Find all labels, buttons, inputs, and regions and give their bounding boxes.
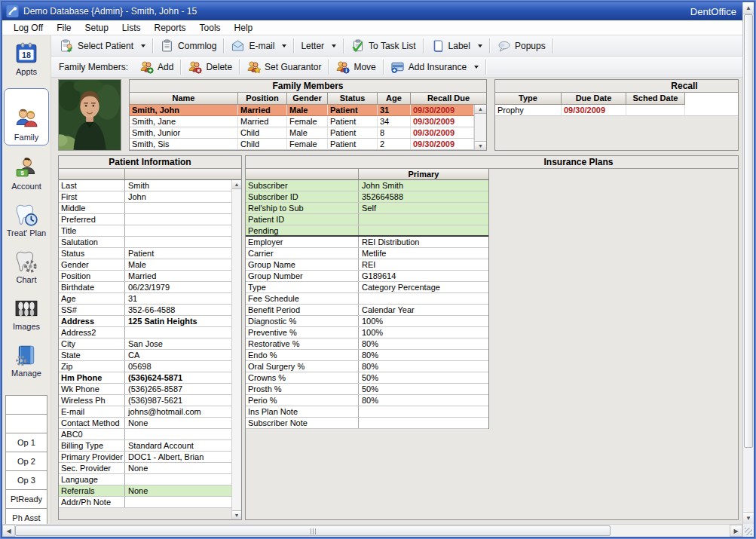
family-member-row[interactable]: Smith, JohnMarriedMalePatient3109/30/200… — [130, 105, 474, 116]
field-value[interactable] — [359, 406, 488, 417]
insurance-row[interactable]: Subscriber ID352664588 — [246, 191, 488, 203]
scroll-up-icon[interactable]: ▲ — [232, 180, 241, 189]
scroll-down-icon[interactable]: ▼ — [475, 141, 486, 150]
field-value[interactable]: 352664588 — [359, 191, 488, 202]
insurance-row[interactable]: EmployerREI Distribution — [246, 237, 488, 248]
patient-info-row[interactable]: Preferred — [59, 214, 231, 225]
insurance-row[interactable]: Endo %80% — [246, 350, 488, 361]
sidebar-op-empty[interactable] — [5, 414, 47, 433]
menu-item-log-off[interactable]: Log Off — [7, 21, 50, 35]
family-member-row[interactable]: Smith, SisChildFemalePatient209/30/2009 — [130, 139, 474, 150]
sidebar-op-ptready[interactable]: PtReady — [5, 489, 47, 509]
field-value[interactable] — [125, 429, 231, 439]
select-patient-button[interactable]: Select Patient — [54, 37, 151, 55]
move-button[interactable]: Move — [330, 58, 381, 76]
insurance-row[interactable]: Ins Plan Note — [246, 406, 488, 418]
field-value[interactable]: (536)265-8587 — [125, 384, 231, 394]
sidebar-item-family[interactable]: Family — [4, 88, 49, 145]
sidebar-item-treat-plan[interactable]: Treat' Plan — [4, 203, 49, 237]
field-value[interactable]: Metlife — [359, 248, 488, 259]
field-value[interactable] — [359, 418, 488, 428]
patient-info-row[interactable]: Zip05698 — [59, 361, 231, 372]
field-value[interactable]: REI Distribution — [359, 237, 488, 247]
field-value[interactable]: Male — [125, 259, 231, 270]
dropdown-caret-icon[interactable] — [478, 44, 482, 47]
insurance-row[interactable]: Pending — [246, 225, 488, 237]
field-value[interactable]: Patient — [125, 248, 231, 259]
insurance-row[interactable]: Restorative %80% — [246, 338, 488, 350]
insurance-row[interactable]: Prosth %50% — [246, 384, 488, 395]
field-value[interactable] — [125, 237, 231, 247]
patient-info-row[interactable]: Age31 — [59, 293, 231, 305]
e-mail-button[interactable]: E-mail — [225, 37, 292, 55]
insurance-row[interactable]: Subscriber Note — [246, 418, 488, 429]
patient-info-row[interactable]: ABC0 — [59, 429, 231, 440]
insurance-row[interactable]: Rel'ship to SubSelf — [246, 203, 488, 214]
commlog-button[interactable]: Commlog — [155, 37, 222, 55]
field-value[interactable]: 80% — [359, 338, 488, 349]
scroll-right-icon[interactable]: ▶ — [730, 525, 742, 537]
field-value[interactable] — [125, 214, 231, 225]
patient-info-row[interactable]: ReferralsNone — [59, 485, 231, 497]
insurance-row[interactable]: Fee Schedule — [246, 293, 488, 305]
field-value[interactable] — [359, 214, 488, 225]
patient-info-scrollbar[interactable]: ▲ ▼ — [231, 180, 241, 519]
field-value[interactable]: G189614 — [359, 271, 488, 281]
insurance-row[interactable]: TypeCategory Percentage — [246, 282, 488, 293]
dropdown-caret-icon[interactable] — [282, 44, 286, 47]
scroll-up-icon[interactable]: ▲ — [743, 2, 754, 14]
field-value[interactable]: 352-66-4588 — [125, 305, 231, 315]
field-value[interactable]: Married — [125, 271, 231, 281]
to-task-list-button[interactable]: To Task List — [345, 37, 421, 55]
field-value[interactable] — [125, 225, 231, 236]
patient-info-row[interactable]: Address2 — [59, 327, 231, 338]
menu-item-lists[interactable]: Lists — [115, 21, 148, 35]
field-value[interactable]: Calendar Year — [359, 305, 488, 315]
patient-info-row[interactable]: Wireless Ph(536)987-5621 — [59, 395, 231, 406]
patient-info-row[interactable]: StatusPatient — [59, 248, 231, 259]
horizontal-scrollbar[interactable]: ◀ ▶ — [2, 524, 742, 537]
insurance-row[interactable]: Group NumberG189614 — [246, 271, 488, 282]
patient-info-row[interactable]: Language — [59, 474, 231, 485]
patient-info-row[interactable]: StateCA — [59, 350, 231, 361]
patient-info-row[interactable]: Birthdate06/23/1979 — [59, 282, 231, 293]
insurance-row[interactable]: Perio %80% — [246, 395, 488, 406]
sidebar-op-empty[interactable] — [5, 395, 47, 415]
scroll-down-icon[interactable]: ▼ — [743, 512, 754, 524]
field-value[interactable]: None — [125, 463, 231, 473]
field-value[interactable] — [359, 293, 488, 304]
field-value[interactable]: Smith — [125, 180, 231, 191]
field-value[interactable] — [359, 225, 488, 235]
patient-info-row[interactable]: Contact MethodNone — [59, 418, 231, 429]
insurance-row[interactable]: Group NameREI — [246, 259, 488, 271]
add-insurance-button[interactable]: Add Insurance — [385, 58, 484, 76]
menu-item-file[interactable]: File — [50, 21, 78, 35]
field-value[interactable]: 50% — [359, 372, 488, 383]
set-guarantor-button[interactable]: Set Guarantor — [241, 58, 326, 76]
field-value[interactable]: 100% — [359, 316, 488, 326]
add-button[interactable]: Add — [134, 58, 179, 76]
family-member-row[interactable]: Smith, JaneMarriedFemalePatient3409/30/2… — [130, 116, 474, 127]
patient-info-row[interactable]: Title — [59, 225, 231, 237]
field-value[interactable]: CA — [125, 350, 231, 360]
dropdown-caret-icon[interactable] — [332, 44, 336, 47]
sidebar-item-chart[interactable]: Chart — [4, 250, 49, 284]
menu-item-setup[interactable]: Setup — [78, 21, 115, 35]
field-value[interactable]: 05698 — [125, 361, 231, 372]
field-value[interactable]: Standard Account — [125, 440, 231, 451]
patient-info-row[interactable]: Salutation — [59, 237, 231, 248]
field-value[interactable]: Category Percentage — [359, 282, 488, 292]
patient-info-row[interactable]: Addr/Ph Note — [59, 497, 231, 508]
field-value[interactable] — [125, 327, 231, 338]
insurance-row[interactable]: Preventive %100% — [246, 327, 488, 338]
delete-button[interactable]: Delete — [182, 58, 237, 76]
field-value[interactable]: 80% — [359, 350, 488, 360]
field-value[interactable]: (536)624-5871 — [125, 372, 231, 383]
patient-info-row[interactable]: Billing TypeStandard Account — [59, 440, 231, 452]
insurance-row[interactable]: Patient ID — [246, 214, 488, 225]
field-value[interactable] — [125, 497, 231, 507]
sidebar-item-images[interactable]: Images — [4, 296, 49, 331]
field-value[interactable]: None — [125, 418, 231, 428]
patient-info-row[interactable]: FirstJohn — [59, 191, 231, 203]
field-value[interactable]: REI — [359, 259, 488, 270]
